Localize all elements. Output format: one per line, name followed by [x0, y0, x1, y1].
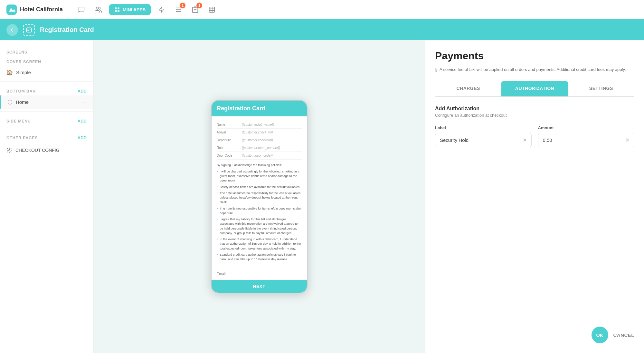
phone-doorcode-label: Door Code	[217, 154, 239, 157]
bottom-bar-add-button[interactable]: ADD	[78, 89, 87, 93]
clipboard-icon-btn[interactable]: 1	[189, 4, 201, 15]
card-icon	[26, 27, 32, 33]
side-menu-label: SIDE MENU	[6, 119, 31, 123]
phone-departure-value: {{customer.checkout}}	[242, 138, 273, 142]
home-dots-icon[interactable]: ···	[82, 99, 87, 105]
tab-charges[interactable]: CHARGES	[435, 81, 501, 96]
panel-title: Payments	[435, 50, 634, 62]
reg-card-icon	[23, 24, 35, 36]
tabs-row: CHARGES AUTHORIZATION SETTINGS	[435, 81, 634, 97]
simple-label: Simple	[16, 70, 87, 75]
sliders-icon-btn[interactable]: 1	[173, 4, 184, 15]
main-layout: SCREENS COVER SCREEN 🏠 Simple BOTTOM BAR…	[0, 40, 644, 353]
chat-icon-btn[interactable]	[76, 4, 87, 15]
phone-policy-section: By signing, I acknowledge the following …	[217, 160, 302, 267]
phone-name-value: {{customer.full_name}}	[242, 123, 274, 126]
svg-point-20	[8, 100, 12, 104]
checkout-config[interactable]: CHECKOUT CONFIG	[0, 142, 93, 158]
svg-rect-12	[209, 7, 215, 12]
sidebar-item-simple[interactable]: 🏠 Simple	[0, 66, 93, 79]
lightning-icon-btn[interactable]	[156, 4, 167, 15]
amount-input[interactable]	[543, 137, 626, 143]
right-panel: Payments ℹ A service fee of 5% will be a…	[425, 40, 644, 353]
other-pages-add-button[interactable]: ADD	[78, 135, 87, 140]
amount-field-label: Amount	[538, 125, 635, 130]
nav-icons: MINI APPS 1 1	[76, 4, 218, 15]
sidebar-divider-3	[0, 128, 93, 128]
bottom-bar-header: BOTTOM BAR ADD	[0, 84, 93, 95]
service-fee-text: A service fee of 5% will be applied on a…	[440, 67, 626, 72]
phone-room-label: Room	[217, 146, 239, 150]
sub-header-title: Registration Card	[40, 26, 94, 34]
amount-input-wrap: ✕	[538, 133, 635, 147]
phone-departure-label: Departure	[217, 138, 239, 142]
people-icon	[95, 6, 102, 13]
clipboard-badge: 1	[196, 3, 202, 8]
phone-field-arrival: Arrival {{customer.check_in}}	[217, 129, 302, 136]
phone-field-name: Name {{customer.full_name}}	[217, 121, 302, 129]
svg-point-21	[9, 150, 10, 151]
home-label: Home	[16, 99, 79, 105]
phone-content: Name {{customer.full_name}} Arrival {{cu…	[212, 116, 307, 280]
phone-policy-1: I will be charged accordingly for the fo…	[217, 169, 302, 183]
tab-settings[interactable]: SETTINGS	[568, 81, 634, 96]
screens-section-title: SCREENS	[0, 47, 93, 56]
label-input[interactable]	[440, 137, 523, 143]
bottom-bar-label: BOTTOM BAR	[6, 89, 36, 93]
phone-policy-6: In the event of checking in with a debit…	[217, 237, 302, 251]
side-menu-header: SIDE MENU ADD	[0, 114, 93, 125]
mini-apps-button[interactable]: MINI APPS	[109, 4, 151, 15]
cancel-button[interactable]: CANCEL	[613, 332, 635, 338]
phone-name-label: Name	[217, 123, 239, 126]
sidebar-divider-1	[0, 81, 93, 82]
label-field-label: Label	[435, 125, 532, 130]
phone-policy-7: Standard credit card authorization polic…	[217, 252, 302, 262]
panel-footer: OK CANCEL	[435, 320, 634, 343]
label-input-wrap: ✕	[435, 133, 532, 147]
top-nav: Hotel California MINI	[0, 0, 644, 19]
add-authorization-subtitle: Configure an authorization at checkout	[435, 113, 634, 118]
phone-room-value: {{customer.room_number}}	[242, 146, 280, 150]
svg-rect-2	[115, 7, 117, 9]
svg-point-1	[96, 7, 99, 9]
other-pages-label: OTHER PAGES	[6, 136, 38, 140]
phone-field-room: Room {{customer.room_number}}	[217, 144, 302, 152]
phone-arrival-value: {{customer.check_in}}	[242, 131, 273, 134]
cover-screen-section-title: COVER SCREEN	[0, 56, 93, 66]
back-button[interactable]	[6, 24, 18, 36]
phone-field-departure: Departure {{customer.checkout}}	[217, 136, 302, 144]
phone-email-label: Email	[217, 269, 302, 276]
people-icon-btn[interactable]	[92, 4, 104, 15]
authorization-form-row: Label ✕ Amount ✕	[435, 125, 634, 147]
tab-authorization[interactable]: AUTHORIZATION	[501, 81, 568, 96]
svg-rect-3	[118, 7, 119, 9]
svg-rect-17	[27, 28, 32, 32]
phone-policy-3: The hotel assumes no responsibility for …	[217, 191, 302, 205]
amount-clear-icon[interactable]: ✕	[625, 137, 630, 143]
chat-icon	[78, 6, 85, 13]
sidebar: SCREENS COVER SCREEN 🏠 Simple BOTTOM BAR…	[0, 40, 93, 353]
other-pages-header: OTHER PAGES ADD	[0, 131, 93, 142]
table-icon	[208, 6, 215, 13]
svg-rect-5	[118, 10, 119, 12]
phone-policy-5: I agree that my liability for this bill …	[217, 217, 302, 235]
add-authorization-title: Add Authorization	[435, 106, 634, 112]
sidebar-item-home[interactable]: Home ···	[0, 95, 93, 109]
ok-button[interactable]: OK	[592, 327, 608, 343]
home-nav-icon	[7, 100, 13, 105]
phone-policy-title: By signing, I acknowledge the following …	[217, 163, 302, 167]
settings-icon	[6, 147, 12, 153]
table-icon-btn[interactable]	[206, 4, 218, 15]
side-menu-add-button[interactable]: ADD	[78, 119, 87, 123]
phone-policy-2: Safety deposit boxes are available for t…	[217, 185, 302, 189]
phone-next-button[interactable]: NEXT	[212, 280, 307, 293]
phone-arrival-label: Arrival	[217, 131, 239, 134]
back-arrow-icon	[10, 27, 15, 33]
phone-mockup: Registration Card Name {{customer.full_n…	[211, 100, 308, 294]
checkout-config-label: CHECKOUT CONFIG	[15, 148, 60, 153]
phone-policy-4: The hotel is not responsible for items l…	[217, 206, 302, 216]
svg-rect-4	[115, 10, 117, 12]
label-clear-icon[interactable]: ✕	[523, 137, 527, 143]
sliders-badge: 1	[180, 3, 185, 8]
app-logo-icon	[6, 5, 17, 15]
